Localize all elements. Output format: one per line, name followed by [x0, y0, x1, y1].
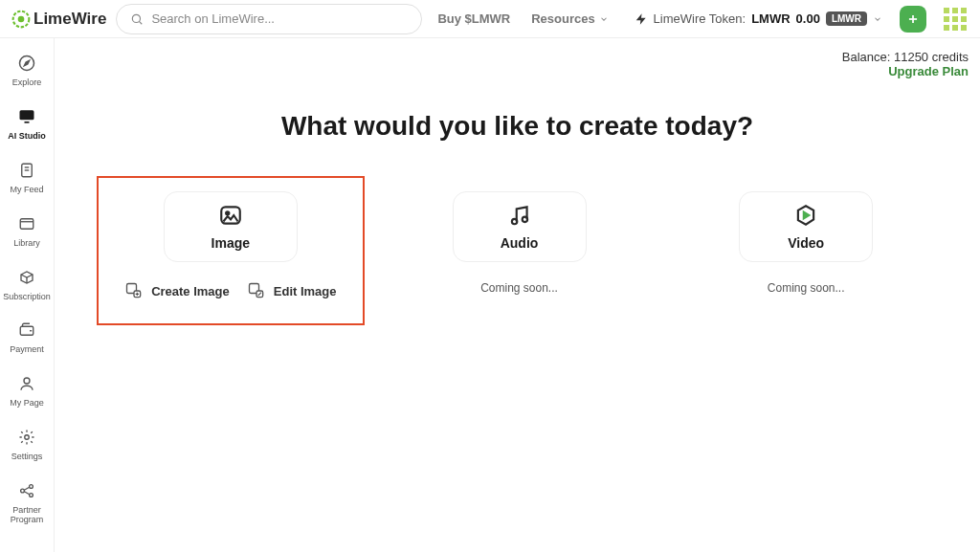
image-card[interactable]: Image [164, 191, 298, 262]
header: LimeWire Buy $LMWR Resources LimeWire To… [0, 0, 980, 38]
balance-info: Balance: 11250 credits Upgrade Plan [842, 50, 969, 78]
sidebar-item-settings[interactable]: Settings [0, 426, 54, 462]
search-input[interactable] [151, 11, 408, 26]
add-button[interactable] [900, 6, 926, 33]
search-box[interactable] [116, 4, 422, 34]
sidebar-item-label: AI Studio [8, 132, 46, 142]
svg-point-30 [30, 485, 33, 489]
resources-dropdown[interactable]: Resources [531, 11, 608, 26]
audio-card-container: Audio Coming soon... [388, 176, 652, 325]
sub-action-label: Edit Image [274, 284, 337, 298]
wallet-icon [15, 319, 38, 342]
coming-soon-text: Coming soon... [768, 281, 845, 295]
svg-point-41 [522, 217, 526, 222]
svg-line-33 [24, 492, 29, 495]
creation-cards-row: Image Create Image Edit Image [78, 176, 957, 325]
svg-rect-10 [944, 16, 949, 22]
chevron-down-icon [599, 14, 609, 24]
svg-marker-17 [25, 61, 30, 66]
balance-text: Balance: 11250 credits [842, 50, 969, 64]
sidebar-item-label: Partner Program [0, 506, 54, 525]
sidebar-item-my-feed[interactable]: My Feed [0, 159, 54, 195]
svg-point-29 [21, 489, 25, 493]
svg-point-28 [25, 435, 30, 440]
coming-soon-text: Coming soon... [480, 281, 558, 295]
edit-image-action[interactable]: Edit Image [247, 281, 337, 300]
sidebar-item-label: My Page [10, 399, 44, 408]
library-icon [15, 212, 38, 235]
svg-point-1 [18, 15, 25, 22]
limewire-logo-icon [11, 10, 31, 29]
buy-lmwr-link[interactable]: Buy $LMWR [437, 11, 510, 26]
sidebar-item-label: Library [13, 239, 40, 249]
svg-point-40 [511, 219, 516, 224]
share-icon [15, 479, 38, 502]
sidebar-item-label: Subscription [3, 293, 51, 302]
sidebar-item-explore[interactable]: Explore [0, 52, 54, 88]
upgrade-plan-link[interactable]: Upgrade Plan [842, 64, 969, 78]
svg-rect-13 [944, 25, 949, 31]
svg-line-3 [140, 21, 143, 24]
token-badge: LMWR [826, 11, 867, 26]
svg-rect-8 [952, 8, 958, 13]
logo-text: LimeWire [33, 10, 106, 29]
image-card-container: Image Create Image Edit Image [97, 176, 365, 325]
svg-marker-4 [635, 13, 645, 25]
card-label: Image [212, 235, 250, 251]
svg-rect-18 [20, 110, 34, 120]
audio-icon [507, 203, 532, 228]
svg-marker-42 [804, 212, 809, 219]
create-image-action[interactable]: Create Image [124, 281, 230, 300]
svg-point-35 [226, 211, 229, 214]
sidebar-item-my-page[interactable]: My Page [0, 372, 54, 408]
sidebar-item-partner-program[interactable]: Partner Program [0, 479, 54, 525]
token-label: LimeWire Token: [654, 11, 746, 26]
resources-label: Resources [531, 11, 594, 26]
plus-icon [906, 12, 920, 26]
sidebar-item-payment[interactable]: Payment [0, 319, 54, 355]
chevron-down-icon [873, 14, 882, 24]
page-title: What would you like to create today? [78, 111, 957, 142]
sidebar-item-label: Payment [10, 345, 44, 355]
video-card-container: Video Coming soon... [674, 176, 938, 325]
svg-point-31 [30, 494, 33, 497]
gear-icon [15, 426, 38, 449]
main-content: Balance: 11250 credits Upgrade Plan What… [55, 38, 980, 552]
sidebar-item-library[interactable]: Library [0, 212, 54, 249]
edit-image-icon [247, 281, 266, 300]
token-value: 0.00 [796, 11, 820, 26]
sidebar-item-label: Settings [11, 453, 43, 462]
sidebar-item-label: My Feed [10, 186, 43, 195]
svg-rect-12 [961, 16, 967, 22]
svg-rect-14 [952, 25, 958, 31]
image-sub-actions: Create Image Edit Image [124, 281, 336, 300]
sidebar-item-ai-studio[interactable]: AI Studio [0, 105, 54, 142]
display-icon [15, 105, 38, 128]
video-icon [793, 203, 818, 228]
svg-rect-15 [961, 25, 967, 31]
svg-point-2 [133, 14, 141, 22]
user-avatar[interactable] [942, 6, 969, 33]
sidebar-item-subscription[interactable]: Subscription [0, 266, 54, 302]
search-icon [130, 12, 144, 26]
token-symbol: LMWR [751, 11, 790, 26]
audio-card[interactable]: Audio [453, 191, 587, 262]
card-label: Audio [501, 235, 539, 251]
avatar-icon [944, 8, 967, 31]
image-icon [218, 203, 243, 228]
svg-point-27 [24, 378, 30, 384]
svg-rect-7 [944, 8, 949, 13]
sub-action-label: Create Image [151, 284, 230, 298]
video-card[interactable]: Video [739, 191, 873, 262]
create-image-icon [124, 281, 144, 300]
card-label: Video [788, 235, 824, 251]
box-icon [15, 266, 38, 289]
svg-rect-23 [20, 218, 33, 229]
svg-rect-11 [952, 16, 958, 22]
compass-icon [15, 52, 38, 75]
svg-rect-19 [25, 121, 30, 123]
svg-line-32 [24, 487, 29, 490]
person-icon [15, 372, 38, 395]
token-balance[interactable]: LimeWire Token: LMWR 0.00 LMWR [635, 11, 882, 26]
logo[interactable]: LimeWire [11, 10, 106, 29]
